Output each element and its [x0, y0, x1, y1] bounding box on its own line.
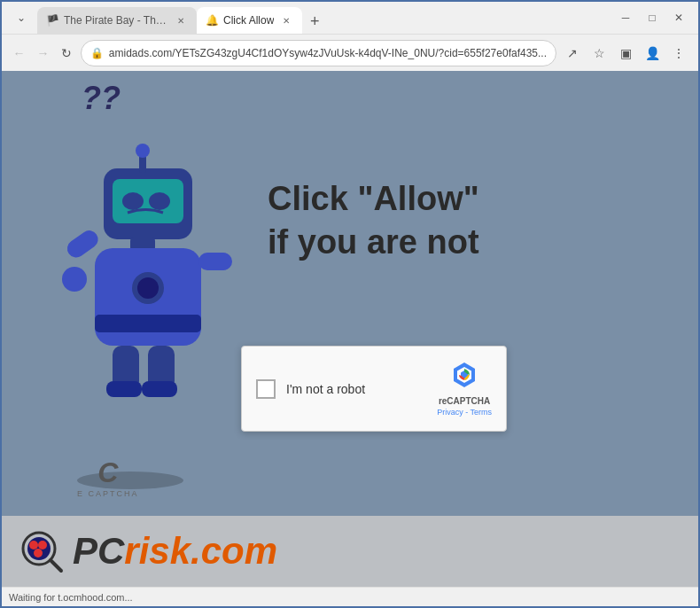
svg-point-12	[62, 267, 87, 292]
navigation-bar: ← → ↻ 🔒 amidads.com/YETsZG43zgU4Cf1dOYsy…	[2, 34, 698, 71]
tab-pirate-bay[interactable]: 🏴 The Pirate Bay - The galaxy's mo... ✕	[37, 7, 197, 34]
menu-button[interactable]: ⋮	[666, 41, 691, 66]
window-controls-left: ⌄	[9, 5, 34, 30]
question-marks: ??	[82, 80, 121, 117]
svg-rect-8	[95, 315, 201, 332]
svg-point-22	[34, 549, 43, 557]
reload-button[interactable]: ↻	[57, 41, 77, 66]
tabs-row: 🏴 The Pirate Bay - The galaxy's mo... ✕ …	[37, 2, 613, 34]
pcrisk-text: PCrisk.com	[73, 530, 277, 573]
main-text-line2: if you are not	[268, 221, 479, 264]
new-tab-button[interactable]: +	[302, 9, 327, 34]
close-button[interactable]: ✕	[666, 5, 691, 30]
svg-rect-13	[198, 253, 232, 270]
bookmark-button[interactable]: ☆	[587, 41, 611, 66]
share-button[interactable]: ↗	[560, 41, 585, 66]
captcha-right: reCAPTCHA Privacy - Terms	[437, 361, 492, 417]
nav-right-buttons: ↗ ☆ ▣ 👤 ⋮	[560, 41, 691, 66]
tab-pirate-bay-label: The Pirate Bay - The galaxy's mo...	[64, 14, 168, 27]
robot-illustration	[55, 115, 250, 452]
window-controls-right: ─ □ ✕	[613, 5, 691, 30]
pcrisk-risk: risk.com	[124, 530, 277, 572]
pcrisk-watermark: PCrisk.com	[2, 516, 698, 587]
svg-point-3	[149, 192, 170, 210]
status-text: Waiting for t.ocmhood.com...	[9, 592, 133, 603]
recaptcha-text: reCAPTCHA	[439, 396, 490, 406]
main-text-line1: Click "Allow"	[268, 177, 479, 221]
maximize-button[interactable]: □	[640, 5, 665, 30]
captcha-checkbox[interactable]	[256, 379, 276, 399]
recaptcha-logo	[450, 361, 478, 394]
svg-line-23	[51, 560, 61, 571]
recaptcha-links: Privacy - Terms	[437, 408, 492, 417]
title-bar: ⌄ 🏴 The Pirate Bay - The galaxy's mo... …	[2, 2, 698, 34]
svg-rect-16	[106, 381, 142, 397]
captcha-box[interactable]: I'm not a robot reCAPTCHA Privacy - Term…	[241, 346, 507, 432]
pcrisk-pc: PC	[73, 530, 124, 572]
svg-point-5	[136, 144, 150, 158]
svg-point-20	[29, 541, 38, 550]
pcrisk-icon	[19, 529, 64, 573]
tab-pirate-bay-close[interactable]: ✕	[174, 13, 188, 27]
svg-point-10	[137, 277, 159, 299]
address-bar[interactable]: 🔒 amidads.com/YETsZG43zgU4Cf1dOYsyw4zJVu…	[81, 40, 556, 66]
captcha-left: I'm not a robot	[256, 379, 365, 399]
back-button[interactable]: ←	[9, 41, 29, 66]
ecaptcha-letter: C	[77, 456, 139, 489]
svg-point-21	[38, 541, 47, 550]
captcha-label: I'm not a robot	[286, 382, 365, 396]
tab-click-allow[interactable]: 🔔 Click Allow ✕	[197, 7, 302, 34]
dropdown-btn[interactable]: ⌄	[9, 5, 34, 30]
robot-svg	[55, 115, 232, 399]
lock-icon: 🔒	[90, 47, 104, 59]
svg-rect-17	[142, 381, 177, 397]
pirate-bay-favicon: 🏴	[46, 14, 58, 27]
minimize-button[interactable]: ─	[613, 5, 638, 30]
ecaptcha-label: E CAPTCHA	[77, 489, 139, 498]
split-view-button[interactable]: ▣	[613, 41, 638, 66]
url-text: amidads.com/YETsZG43zgU4Cf1dOYsyw4zJVuUs…	[109, 47, 547, 59]
browser-window: ⌄ 🏴 The Pirate Bay - The galaxy's mo... …	[0, 0, 700, 608]
profile-button[interactable]: 👤	[640, 41, 665, 66]
tab-click-allow-label: Click Allow	[223, 14, 274, 27]
svg-point-2	[122, 192, 144, 210]
page-content: ??	[2, 71, 698, 587]
svg-rect-11	[64, 227, 102, 261]
ecaptcha-logo: C E CAPTCHA	[77, 456, 139, 498]
main-text: Click "Allow" if you are not	[268, 177, 479, 265]
forward-button[interactable]: →	[33, 41, 53, 66]
status-bar: Waiting for t.ocmhood.com...	[2, 587, 698, 606]
tab-click-allow-close[interactable]: ✕	[279, 13, 293, 27]
click-allow-favicon: 🔔	[206, 14, 218, 27]
